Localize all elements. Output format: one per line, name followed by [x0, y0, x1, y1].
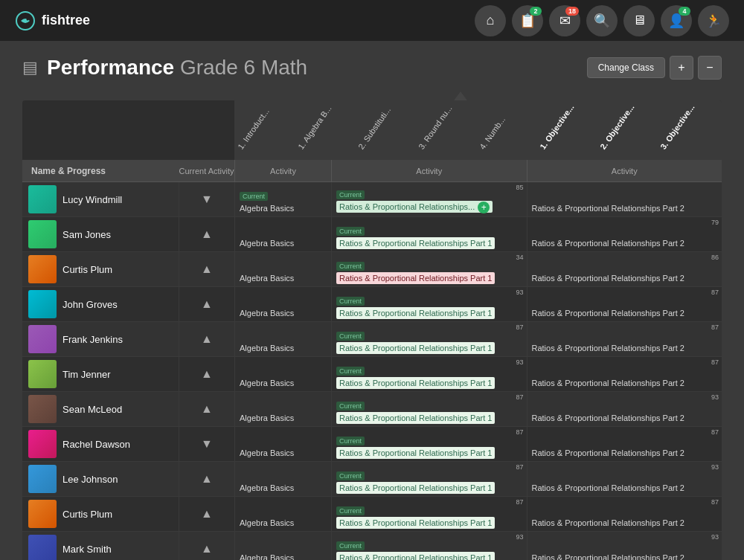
table-row[interactable]: Curtis Plum ▲ Algebra Basics 87 Current …: [22, 497, 722, 532]
col3-activity-cell: 87 Ratios & Proportional Relationships P…: [527, 357, 722, 391]
table-row[interactable]: Mark Smith ▲ Algebra Basics 93 Current R…: [22, 532, 722, 560]
col1-activity-name: Algebra Basics: [240, 483, 294, 492]
col1-activity-name: Algebra Basics: [240, 239, 294, 248]
app-logo: fishtree: [15, 10, 475, 31]
col-header-1-label: 1. Introduct...: [237, 107, 271, 151]
col2-activity-name: Ratios & Proportional Relationships Part…: [336, 342, 495, 354]
col3-activity-cell: 79 Ratios & Proportional Relationships P…: [527, 217, 722, 251]
student-avatar: [28, 255, 57, 283]
current-label: Current: [240, 192, 268, 201]
current-label: Current: [336, 262, 365, 271]
path-direction-icon: ▲: [201, 542, 213, 556]
col2-score: 87: [516, 463, 523, 471]
col1-activity-cell: Algebra Basics: [234, 252, 331, 286]
col2-score: 87: [516, 498, 523, 506]
mail-nav-button[interactable]: ✉ 18: [549, 5, 580, 36]
table-row[interactable]: Tim Jenner ▲ Algebra Basics 93 Current R…: [22, 357, 722, 392]
student-cell: Sean McLeod: [22, 392, 179, 426]
current-label: Current: [336, 541, 365, 550]
col2-activity-cell: 87 Current Ratios & Proportional Relatio…: [331, 497, 527, 531]
table-body: Lucy Windmill ▼ Current Algebra Basics 8…: [22, 182, 722, 560]
col2-activity-name: Ratios & Proportional Relationships Part…: [336, 447, 495, 459]
col2-activity-name: Ratios & Proportional Relationships Part…: [336, 307, 495, 319]
student-cell: John Groves: [22, 287, 179, 321]
table-row[interactable]: Rachel Dawson ▼ Algebra Basics 87 Curren…: [22, 427, 722, 462]
student-cell: Curtis Plum: [22, 252, 179, 286]
col1-activity-cell: Algebra Basics: [234, 357, 331, 391]
change-class-button[interactable]: Change Class: [587, 57, 665, 78]
student-avatar: [28, 360, 57, 388]
current-label: Current: [336, 227, 365, 236]
path-direction-icon: ▲: [201, 507, 213, 521]
col2-activity-cell: 93 Current Ratios & Proportional Relatio…: [331, 287, 527, 321]
col3-activity-name: Ratios & Proportional Relationships Part…: [532, 413, 684, 422]
col3-activity-name: Ratios & Proportional Relationships Part…: [532, 448, 684, 457]
student-name: Mark Smith: [62, 544, 112, 555]
student-name: Curtis Plum: [62, 509, 112, 520]
document-badge: 2: [530, 7, 542, 16]
col3-activity-cell: 87 Ratios & Proportional Relationships P…: [527, 497, 722, 531]
col2-score: 93: [516, 289, 523, 296]
student-avatar: [28, 535, 57, 560]
page-title: Performance Grade 6 Math: [47, 56, 307, 80]
add-button[interactable]: +: [670, 56, 693, 80]
col1-activity-cell: Algebra Basics: [234, 532, 331, 560]
col1-activity-name: Algebra Basics: [240, 518, 294, 527]
minus-button[interactable]: −: [698, 56, 722, 80]
col3-score: 87: [711, 358, 719, 366]
mail-badge: 18: [565, 7, 579, 16]
student-cell: Mark Smith: [22, 532, 179, 560]
col3-activity-cell: 93 Ratios & Proportional Relationships P…: [527, 532, 722, 560]
path-cell: ▼: [179, 427, 234, 461]
page-header: ▤ Performance Grade 6 Math Change Class …: [22, 56, 722, 80]
fishtree-logo-icon: [15, 10, 36, 31]
main-content: ▤ Performance Grade 6 Math Change Class …: [0, 41, 744, 560]
table-row[interactable]: Lee Johnson ▲ Algebra Basics 87 Current …: [22, 462, 722, 497]
col3-score: 93: [711, 463, 719, 471]
student-name: Sean McLeod: [62, 404, 122, 415]
user-nav-button[interactable]: 👤 4: [661, 5, 692, 36]
student-name: Tim Jenner: [62, 369, 111, 380]
col3-score: 93: [711, 393, 719, 401]
table-row[interactable]: Frank Jenkins ▲ Algebra Basics 87 Curren…: [22, 322, 722, 357]
table-row[interactable]: Sam Jones ▲ Algebra Basics Current Ratio…: [22, 217, 722, 252]
col3-score: 79: [711, 219, 719, 226]
svg-point-1: [27, 18, 29, 20]
col3-activity-cell: 87 Ratios & Proportional Relationships P…: [527, 427, 722, 461]
student-avatar: [28, 465, 57, 493]
path-subheader: Current Activity: [179, 167, 234, 176]
col-header-6: 1. Objective...: [539, 101, 598, 157]
path-cell: ▲: [179, 217, 234, 251]
path-cell: ▲: [179, 287, 234, 321]
table-row[interactable]: Curtis Plum ▲ Algebra Basics 34 Current …: [22, 252, 722, 287]
activity-icon: 🏃: [705, 13, 722, 29]
student-cell: Lee Johnson: [22, 462, 179, 496]
col2-score: 87: [516, 324, 523, 331]
search-nav-button[interactable]: 🔍: [586, 5, 618, 36]
performance-table: 1. Introduct... 1. Algebra B... 2. Subst…: [22, 100, 722, 560]
col-header-3: 2. Substituti...: [358, 101, 417, 157]
col3-activity-cell: 93 Ratios & Proportional Relationships P…: [527, 462, 722, 496]
table-row[interactable]: Sean McLeod ▲ Algebra Basics 87 Current …: [22, 392, 722, 427]
path-cell: ▲: [179, 392, 234, 426]
col3-activity-name: Ratios & Proportional Relationships Part…: [532, 204, 684, 213]
table-row[interactable]: John Groves ▲ Algebra Basics 93 Current …: [22, 287, 722, 322]
table-row[interactable]: Lucy Windmill ▼ Current Algebra Basics 8…: [22, 182, 722, 217]
col2-activity-name: Ratios & Proportional Relationships Part…: [336, 412, 495, 424]
monitor-nav-button[interactable]: 🖥: [623, 5, 655, 36]
activity-nav-button[interactable]: 🏃: [698, 5, 729, 36]
col3-score: 87: [711, 498, 719, 506]
student-name: Lee Johnson: [62, 474, 118, 485]
document-nav-button[interactable]: 📋 2: [512, 5, 543, 36]
col3-activity-name: Ratios & Proportional Relationships Part…: [532, 344, 684, 353]
col3-score: 87: [711, 289, 719, 296]
add-activity-icon[interactable]: +: [478, 202, 490, 213]
col2-score: 34: [516, 254, 523, 261]
col3-activity-name: Ratios & Proportional Relationships Part…: [532, 309, 684, 318]
user-badge: 4: [679, 7, 690, 16]
path-cell: ▲: [179, 322, 234, 356]
col2-activity-cell: 87 Current Ratios & Proportional Relatio…: [331, 322, 527, 356]
col3-activity-cell: 93 Ratios & Proportional Relationships P…: [527, 392, 722, 426]
column-headers-row: 1. Introduct... 1. Algebra B... 2. Subst…: [22, 100, 722, 160]
home-nav-button[interactable]: ⌂: [475, 5, 506, 36]
